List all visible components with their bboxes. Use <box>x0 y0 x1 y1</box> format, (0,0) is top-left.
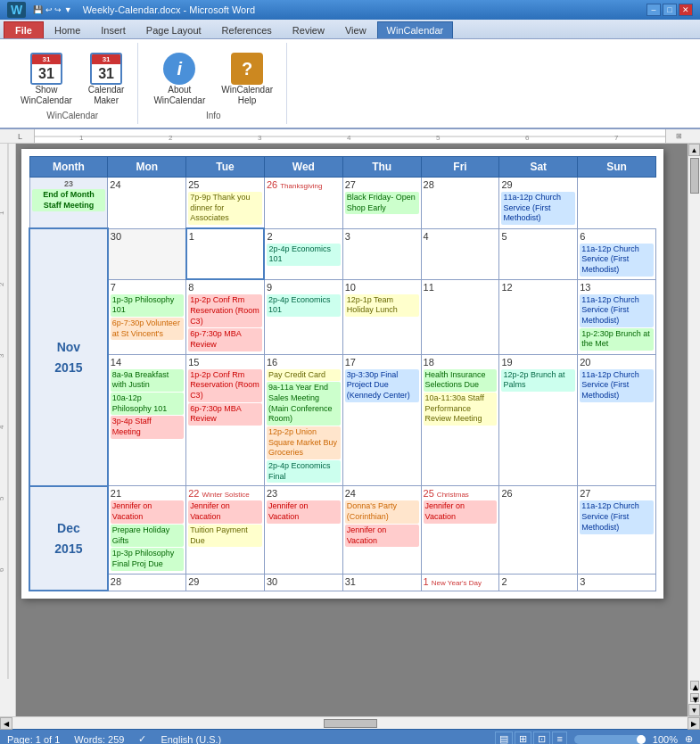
calendar-maker-icon: 31 31 <box>90 53 122 85</box>
day-13: 13 11a-12p Church Service (First Methodi… <box>578 279 656 354</box>
svg-text:4: 4 <box>347 134 351 142</box>
ruler-content: 1 2 3 4 5 6 7 <box>34 129 666 143</box>
calendar-maker-button[interactable]: 31 31 CalendarMaker <box>82 50 131 109</box>
scroll-down-btn[interactable]: ▼ <box>688 704 700 716</box>
right-scrollbar[interactable]: ▲ ▲ ▼ ▼ <box>688 144 700 716</box>
event-jennifer-vacation-22: Jennifer on Vacation <box>188 500 262 523</box>
day-num-5: 5 <box>501 231 575 242</box>
svg-text:2: 2 <box>0 282 5 286</box>
header-sun: Sun <box>578 157 656 178</box>
day-num-30: 30 <box>111 231 184 242</box>
event-mba-15: 6p-7:30p MBA Review <box>188 403 262 426</box>
wincalendar-help-button[interactable]: ? WinCalendarHelp <box>215 50 279 109</box>
title-bar: W 💾 ↩ ↪ ▼ Weekly-Calendar.docx - Microso… <box>0 0 700 20</box>
horizontal-scrollbar[interactable]: ◀ ▶ <box>0 716 700 729</box>
minimize-btn[interactable]: – <box>646 4 661 16</box>
day-num-14: 14 <box>111 357 184 368</box>
day-30: 30 <box>108 228 186 279</box>
day-num-27b: 27 <box>580 488 654 499</box>
help-label: WinCalendarHelp <box>221 85 273 106</box>
scroll-small-btns2[interactable]: ▼ <box>690 693 699 702</box>
event-final-project: 3p-3:30p Final Project Due (Kennedy Cent… <box>345 369 419 402</box>
tab-page-layout[interactable]: Page Layout <box>136 21 211 38</box>
web-layout-btn[interactable]: ⊡ <box>533 732 550 744</box>
day-24: 24 <box>108 178 186 229</box>
day-num-28: 28 <box>424 179 498 190</box>
outline-btn[interactable]: ≡ <box>552 732 566 744</box>
tab-view[interactable]: View <box>335 21 376 38</box>
event-holiday-lunch: 12p-1p Team Holiday Lunch <box>345 294 419 317</box>
day-20: 20 11a-12p Church Service (First Methodi… <box>578 354 656 486</box>
table-row: 28 29 30 31 1 New Year's Day 2 3 <box>29 574 656 591</box>
event-jennifer-vacation-24: Jennifer on Vacation <box>345 525 419 547</box>
day-num-20: 20 <box>580 357 654 368</box>
event-year-end-sales: 9a-11a Year End Sales Meeting (Main Conf… <box>267 382 341 426</box>
zoom-in-btn[interactable]: ⊕ <box>685 733 693 744</box>
window-controls[interactable]: – □ ✕ <box>646 4 693 16</box>
day-27: 27 Black Friday- Open Shop Early <box>342 178 421 229</box>
day-num-31: 31 <box>345 576 419 587</box>
close-btn[interactable]: ✕ <box>679 4 693 16</box>
day-17: 17 3p-3:30p Final Project Due (Kennedy C… <box>342 354 421 486</box>
zoom-level[interactable]: 100% <box>653 734 678 745</box>
day-num-16: 16 <box>267 357 341 368</box>
day-2: 2 2p-4p Economics 101 <box>264 228 342 279</box>
day-num-18: 18 <box>424 357 498 368</box>
tab-wincalendar[interactable]: WinCalendar <box>377 21 454 38</box>
scroll-up-btn[interactable]: ▲ <box>688 144 700 156</box>
svg-text:6: 6 <box>0 567 5 572</box>
day-15: 15 1p-2p Conf Rm Reservation (Room C3) 6… <box>186 354 265 486</box>
page-count: Page: 1 of 1 <box>7 734 60 745</box>
ribbon-group-wincalendar-items: 31 31 ShowWinCalendar 31 31 CalendarMake… <box>14 46 130 109</box>
scroll-small-btns[interactable]: ▲ <box>690 681 699 690</box>
scroll-thumb[interactable] <box>690 158 699 194</box>
day-num-7: 7 <box>111 282 184 293</box>
day-10: 10 12p-1p Team Holiday Lunch <box>342 279 421 354</box>
svg-text:1: 1 <box>79 134 84 142</box>
day-8: 8 1p-2p Conf Rm Reservation (Room C3) 6p… <box>186 279 265 354</box>
ruler-left: L <box>18 132 34 141</box>
header-tue: Tue <box>186 157 265 178</box>
full-screen-btn[interactable]: ⊞ <box>515 732 531 744</box>
hscroll-left-btn[interactable]: ◀ <box>0 717 12 730</box>
header-fri: Fri <box>421 157 499 178</box>
day-num-28b: 28 <box>111 576 184 587</box>
event-brunch-palms: 12p-2p Brunch at Palms <box>501 369 575 392</box>
day-num-13: 13 <box>580 282 654 293</box>
day-14: 14 8a-9a Breakfast with Justin 10a-12p P… <box>108 354 186 486</box>
tab-insert[interactable]: Insert <box>91 21 136 38</box>
show-wincalendar-icon: 31 31 <box>30 53 62 85</box>
hscroll-thumb[interactable] <box>324 719 377 728</box>
tab-references[interactable]: References <box>212 21 282 38</box>
tab-file[interactable]: File <box>4 21 44 38</box>
month-label-nov: Nov2015 <box>29 228 108 486</box>
day-25: 25 Christmas Jennifer on Vacation <box>421 486 499 574</box>
calendar-page: Month Mon Tue Wed Thu Fri Sat Sun <box>21 149 663 599</box>
event-staff-performance: 10a-11:30a Staff Performance Review Meet… <box>424 393 498 426</box>
tab-home[interactable]: Home <box>45 21 90 38</box>
day-num-27: 27 <box>345 179 419 190</box>
svg-text:6: 6 <box>525 134 530 142</box>
day-7: 7 1p-3p Philosophy 101 6p-7:30p Voluntee… <box>108 279 186 354</box>
hscroll-right-btn[interactable]: ▶ <box>688 717 700 730</box>
restore-btn[interactable]: □ <box>663 4 677 16</box>
header-wed: Wed <box>264 157 342 178</box>
event-philosophy-14: 10a-12p Philosophy 101 <box>111 393 184 415</box>
ribbon-group-info: i AboutWinCalendar ? WinCalendarHelp Inf… <box>140 43 287 124</box>
title-text: Weekly-Calendar.docx - Microsoft Word <box>83 4 255 15</box>
day-22: 22 Winter Solstice Jennifer on Vacation … <box>186 486 265 574</box>
event-jennifer-vacation-21: Jennifer on Vacation <box>111 500 184 523</box>
tab-review[interactable]: Review <box>283 21 334 38</box>
zoom-slider[interactable] <box>574 735 646 744</box>
view-buttons[interactable]: ▤ ⊞ ⊡ ≡ <box>495 732 566 744</box>
language-indicator[interactable]: English (U.S.) <box>161 734 221 745</box>
about-wincalendar-button[interactable]: i AboutWinCalendar <box>147 50 211 109</box>
event-church-6: 11a-12p Church Service (First Methodist) <box>580 244 654 277</box>
event-philosophy-final: 1p-3p Philosophy Final Proj Due <box>111 548 184 570</box>
day-25: 25 7p-9p Thank you dinner for Associates <box>186 178 265 229</box>
day-num-24: 24 <box>110 179 184 190</box>
print-layout-btn[interactable]: ▤ <box>495 732 513 744</box>
day-26: 26 <box>499 486 578 574</box>
show-wincalendar-button[interactable]: 31 31 ShowWinCalendar <box>14 50 78 109</box>
header-thu: Thu <box>342 157 421 178</box>
